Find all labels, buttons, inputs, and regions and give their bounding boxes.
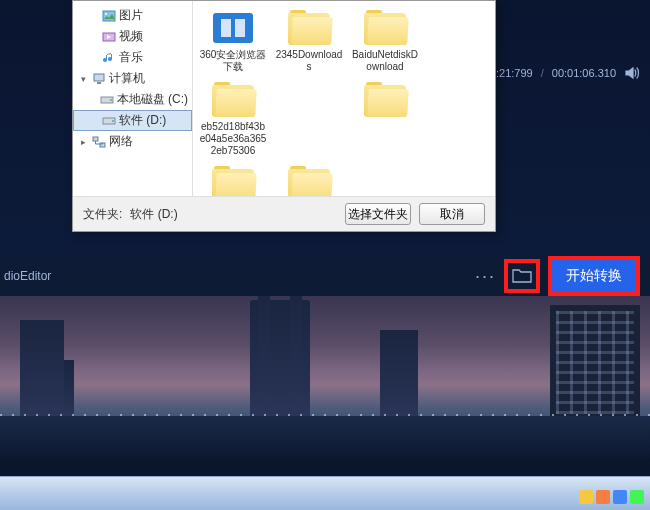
folder-icon: [206, 5, 260, 49]
tree-item-label: 网络: [109, 133, 133, 150]
folder-icon: [358, 77, 412, 121]
dialog-body: 图片视频音乐▾计算机本地磁盘 (C:)软件 (D:)▸网络 360安全浏览器下载…: [73, 1, 495, 196]
folder-item[interactable]: 360安全浏览器下载: [199, 5, 267, 73]
drive-icon: [100, 93, 114, 107]
tree-item-music[interactable]: 音乐: [73, 47, 192, 68]
bridge-spire: [290, 296, 302, 420]
water: [0, 416, 650, 458]
output-folder-button[interactable]: [504, 259, 540, 293]
folder-field-label: 文件夹:: [83, 206, 122, 223]
folder-icon: [282, 5, 336, 49]
folder-label: BaiduNetdiskDownload: [351, 49, 419, 73]
tree-item-drive[interactable]: 本地磁盘 (C:): [73, 89, 192, 110]
time-total: 00:01:06.310: [552, 67, 616, 79]
cancel-button[interactable]: 取消: [419, 203, 485, 225]
svg-rect-11: [213, 13, 253, 43]
tree-item-label: 图片: [119, 7, 143, 24]
bridge-tower: [20, 320, 64, 420]
folder-icon: [282, 161, 336, 196]
expand-icon: ▾: [81, 74, 89, 84]
folder-item: [275, 77, 343, 157]
svg-rect-4: [97, 82, 101, 84]
drive-icon: [102, 114, 116, 128]
svg-rect-13: [235, 19, 245, 37]
folder-item[interactable]: [199, 161, 267, 196]
dialog-footer: 文件夹: 软件 (D:) 选择文件夹 取消: [73, 196, 495, 231]
folder-icon: [206, 77, 260, 121]
folder-label: eb52d18bf43be04a5e36a3652eb75306: [199, 121, 267, 157]
folder-browse-dialog: 图片视频音乐▾计算机本地磁盘 (C:)软件 (D:)▸网络 360安全浏览器下载…: [72, 0, 496, 232]
expand-icon: ▸: [81, 137, 89, 147]
time-separator: /: [541, 67, 544, 79]
tree-item-label: 软件 (D:): [119, 112, 166, 129]
svg-rect-9: [93, 137, 98, 141]
tray-icon[interactable]: [613, 490, 627, 504]
more-button[interactable]: ···: [467, 266, 504, 287]
tray-icon[interactable]: [579, 490, 593, 504]
tree-item-label: 本地磁盘 (C:): [117, 91, 188, 108]
folder-item[interactable]: BaiduNetdiskDownload: [351, 5, 419, 73]
building: [550, 305, 640, 420]
select-folder-button[interactable]: 选择文件夹: [345, 203, 411, 225]
svg-point-8: [112, 120, 114, 122]
tree-item-video[interactable]: 视频: [73, 26, 192, 47]
tray-icon[interactable]: [596, 490, 610, 504]
folder-label: 2345Downloads: [275, 49, 343, 73]
bridge-spire: [258, 296, 270, 420]
folder-icon: [358, 5, 412, 49]
app-folder-icon: [213, 13, 253, 43]
folder-tree: 图片视频音乐▾计算机本地磁盘 (C:)软件 (D:)▸网络: [73, 1, 193, 196]
app-toolbar: dioEditor ··· 开始转换: [0, 258, 650, 294]
folder-label: 360安全浏览器下载: [199, 49, 267, 73]
folder-item[interactable]: eb52d18bf43be04a5e36a3652eb75306: [199, 77, 267, 157]
svg-rect-3: [94, 74, 104, 81]
svg-point-6: [110, 99, 112, 101]
bridge-tower: [64, 360, 74, 420]
computer-icon: [92, 72, 106, 86]
tree-item-image[interactable]: 图片: [73, 5, 192, 26]
folder-item[interactable]: 2345Downloads: [275, 5, 343, 73]
tree-item-drive[interactable]: 软件 (D:): [73, 110, 192, 131]
windows-taskbar[interactable]: [0, 476, 650, 510]
folder-item[interactable]: [275, 161, 343, 196]
tree-item-label: 音乐: [119, 49, 143, 66]
folder-field-value: 软件 (D:): [130, 206, 337, 223]
app-title-fragment: dioEditor: [0, 269, 51, 283]
tray-icon[interactable]: [630, 490, 644, 504]
bridge-tower: [380, 330, 418, 420]
convert-button-label: 开始转换: [566, 267, 622, 285]
video-icon: [102, 30, 116, 44]
folder-icon: [206, 161, 260, 196]
folder-icon: [512, 268, 532, 284]
network-icon: [92, 135, 106, 149]
folder-item[interactable]: [351, 77, 419, 157]
tree-item-network[interactable]: ▸网络: [73, 131, 192, 152]
tree-item-label: 视频: [119, 28, 143, 45]
start-convert-button[interactable]: 开始转换: [548, 256, 640, 296]
tree-item-label: 计算机: [109, 70, 145, 87]
tree-item-computer[interactable]: ▾计算机: [73, 68, 192, 89]
video-preview: [0, 296, 650, 458]
music-icon: [102, 51, 116, 65]
folder-grid: 360安全浏览器下载2345DownloadsBaiduNetdiskDownl…: [193, 1, 495, 196]
svg-rect-12: [221, 19, 231, 37]
volume-icon[interactable]: [624, 65, 640, 81]
image-icon: [102, 9, 116, 23]
system-tray: [579, 490, 644, 504]
svg-point-1: [105, 13, 107, 15]
